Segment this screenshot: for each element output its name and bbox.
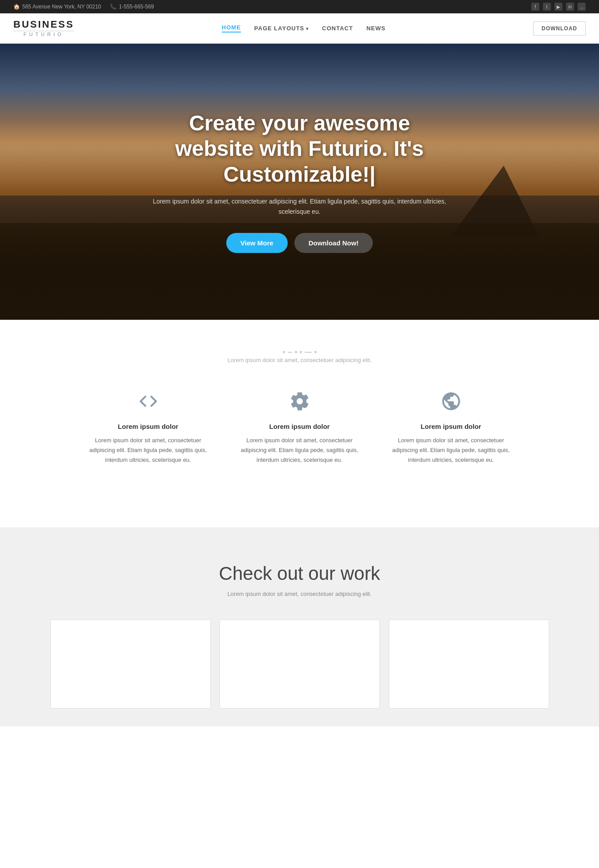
hero-title: Create your awesome website with Futurio… bbox=[153, 110, 447, 187]
youtube-icon[interactable]: ▶ bbox=[554, 3, 562, 11]
feature-item-code: Lorem ipsum dolor Lorem ipsum dolor sit … bbox=[86, 388, 211, 465]
feature-item-globe: Lorem ipsum dolor Lorem ipsum dolor sit … bbox=[389, 388, 513, 465]
feature-text-2: Lorem ipsum dolor sit amet, consectetuer… bbox=[237, 436, 362, 465]
portfolio-title: Check out our work bbox=[27, 563, 572, 584]
main-nav: HOME PAGE LAYOUTS CONTACT NEWS bbox=[222, 24, 386, 33]
globe-icon bbox=[389, 388, 513, 415]
feature-text-1: Lorem ipsum dolor sit amet, consectetuer… bbox=[86, 436, 211, 465]
top-bar-left: 🏠 565 Avenue New York, NY 00210 📞 1-555-… bbox=[13, 4, 154, 10]
phone-text: 1-555-665-569 bbox=[119, 4, 154, 10]
dot-1 bbox=[283, 351, 285, 353]
portfolio-card-1[interactable] bbox=[50, 619, 211, 709]
feature-title-3: Lorem ipsum dolor bbox=[389, 423, 513, 430]
home-icon: 🏠 bbox=[13, 4, 20, 10]
phone-item: 📞 1-555-665-569 bbox=[110, 4, 154, 10]
linkedin-icon[interactable]: in bbox=[566, 3, 574, 11]
dot-4 bbox=[314, 351, 317, 353]
facebook-icon[interactable]: f bbox=[531, 3, 539, 11]
hero-section: Create your awesome website with Futurio… bbox=[0, 44, 599, 320]
social-icons-group: f t ▶ in ⎵ bbox=[531, 3, 586, 11]
download-now-button[interactable]: Download Now! bbox=[294, 233, 373, 253]
hero-buttons: View More Download Now! bbox=[153, 233, 447, 253]
nav-page-layouts[interactable]: PAGE LAYOUTS bbox=[254, 25, 309, 32]
top-bar: 🏠 565 Avenue New York, NY 00210 📞 1-555-… bbox=[0, 0, 599, 13]
features-dots bbox=[27, 351, 572, 353]
ddash-1 bbox=[305, 352, 312, 353]
gear-icon bbox=[237, 388, 362, 415]
rss-icon[interactable]: ⎵ bbox=[578, 3, 586, 11]
feature-item-gear: Lorem ipsum dolor Lorem ipsum dolor sit … bbox=[237, 388, 362, 465]
hero-subtitle: Lorem ipsum dolor sit amet, consectetuer… bbox=[153, 196, 447, 218]
dash-1 bbox=[288, 352, 292, 353]
spacer bbox=[0, 492, 599, 527]
portfolio-subtitle: Lorem ipsum dolor sit amet, consectetuer… bbox=[27, 591, 572, 597]
logo-sub: FUTURIO bbox=[13, 31, 74, 37]
feature-title-1: Lorem ipsum dolor bbox=[86, 423, 211, 430]
nav-home[interactable]: HOME bbox=[222, 24, 241, 33]
address-text: 565 Avenue New York, NY 00210 bbox=[22, 4, 101, 10]
hero-content: Create your awesome website with Futurio… bbox=[144, 102, 456, 262]
features-section: Lorem ipsum dolor sit amet, consectetuer… bbox=[0, 320, 599, 492]
feature-title-2: Lorem ipsum dolor bbox=[237, 423, 362, 430]
nav-contact[interactable]: CONTACT bbox=[322, 25, 353, 32]
feature-text-3: Lorem ipsum dolor sit amet, consectetuer… bbox=[389, 436, 513, 465]
header: BUSINESS FUTURIO HOME PAGE LAYOUTS CONTA… bbox=[0, 13, 599, 44]
portfolio-section: Check out our work Lorem ipsum dolor sit… bbox=[0, 527, 599, 726]
logo-main: BUSINESS bbox=[13, 20, 74, 29]
portfolio-card-3[interactable] bbox=[389, 619, 549, 709]
phone-icon: 📞 bbox=[110, 4, 117, 10]
twitter-icon[interactable]: t bbox=[543, 3, 551, 11]
nav-news[interactable]: NEWS bbox=[367, 25, 386, 32]
address-item: 🏠 565 Avenue New York, NY 00210 bbox=[13, 4, 101, 10]
view-more-button[interactable]: View More bbox=[226, 233, 288, 253]
header-download-button[interactable]: DOWNLOAD bbox=[533, 21, 586, 36]
svg-point-0 bbox=[303, 404, 306, 408]
features-tagline: Lorem ipsum dolor sit amet, consectetuer… bbox=[27, 357, 572, 363]
logo: BUSINESS FUTURIO bbox=[13, 20, 74, 37]
features-grid: Lorem ipsum dolor Lorem ipsum dolor sit … bbox=[27, 388, 572, 465]
dot-2 bbox=[295, 351, 297, 353]
dot-3 bbox=[300, 351, 302, 353]
portfolio-grid bbox=[27, 619, 572, 709]
code-icon bbox=[86, 388, 211, 415]
portfolio-card-2[interactable] bbox=[220, 619, 380, 709]
